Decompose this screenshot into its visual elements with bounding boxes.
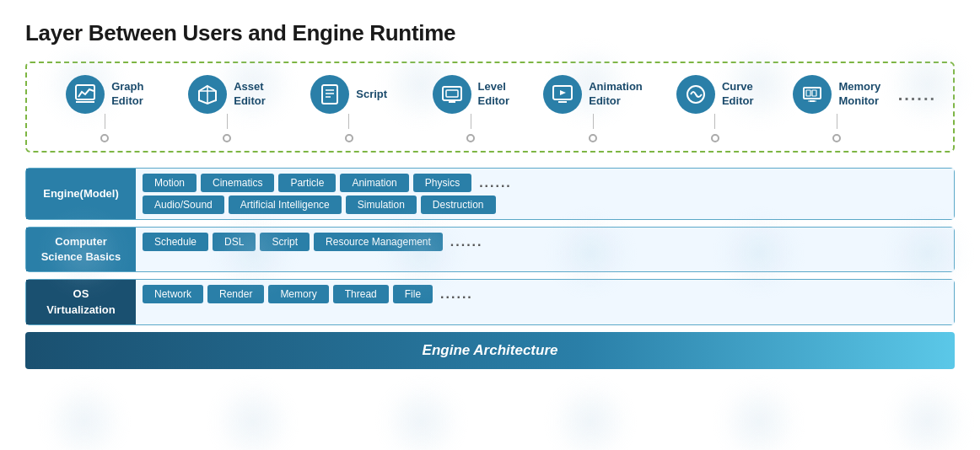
chip-memory: Memory [268,285,328,303]
graph-editor-label: GraphEditor [111,80,143,109]
memory-monitor-icon [793,75,832,114]
tool-asset-editor: AssetEditor [166,75,288,142]
svg-marker-10 [560,90,566,95]
chip-render: Render [207,285,264,303]
curve-editor-icon [676,75,715,114]
engine-model-label: Engine(Model) [26,169,136,219]
graph-editor-icon [66,75,105,114]
chip-particle: Particle [278,174,336,192]
chip-file: File [393,285,433,303]
level-editor-icon [433,75,471,114]
chip-animation: Animation [340,174,408,192]
svg-rect-15 [812,90,816,96]
chip-motion: Motion [143,174,197,192]
svg-rect-2 [322,85,337,104]
engine-model-content: Motion Cinematics Particle Animation Phy… [136,169,954,219]
page-title: Layer Between Users and Engine Runtime [25,20,955,46]
tool-animation-editor: AnimationEditor [532,75,654,142]
engine-arch-bar: Engine Architecture [25,332,955,369]
chip-network: Network [143,285,203,303]
cs-basics-ellipsis: ...... [450,234,483,249]
chip-thread: Thread [333,285,389,303]
chip-script: Script [260,233,310,251]
engine-model-ellipsis: ...... [479,175,512,190]
os-virt-row: OSVirtualization Network Render Memory T… [25,279,955,324]
svg-rect-0 [76,85,94,99]
tools-section: GraphEditor AssetEditor [25,62,955,153]
os-virt-label: OSVirtualization [26,280,136,324]
asset-editor-label: AssetEditor [234,80,266,109]
curve-editor-label: CurveEditor [722,80,754,109]
os-virt-ellipsis: ...... [440,287,473,302]
tools-row: GraphEditor AssetEditor [44,75,936,142]
svg-rect-14 [806,90,810,96]
cs-basics-label: ComputerScience Basics [26,228,136,271]
chip-audio-sound: Audio/Sound [143,196,224,214]
chip-cinematics: Cinematics [201,174,274,192]
engine-model-row2: Audio/Sound Artificial Intelligence Simu… [143,196,947,214]
os-virt-chips-row: Network Render Memory Thread File ...... [143,285,947,303]
tool-level-editor: LevelEditor [410,75,532,142]
chip-dsl: DSL [213,233,256,251]
script-icon [310,75,349,114]
tool-graph-editor: GraphEditor [44,75,166,142]
chip-schedule: Schedule [143,233,208,251]
script-label: Script [356,88,387,102]
chip-destruction: Destruction [421,196,496,214]
memory-monitor-label: MemoryMonitor [838,80,880,109]
engine-model-row: Engine(Model) Motion Cinematics Particle… [25,168,955,220]
cs-basics-content: Schedule DSL Script Resource Management … [136,228,954,271]
tool-memory-monitor: MemoryMonitor [776,75,898,142]
asset-editor-icon [188,75,227,114]
chip-simulation: Simulation [346,196,417,214]
svg-rect-7 [446,90,458,97]
animation-editor-icon [543,75,582,114]
chip-resource-management: Resource Management [314,233,443,251]
animation-editor-label: AnimationEditor [589,80,643,109]
cs-basics-chips-row: Schedule DSL Script Resource Management … [143,233,947,251]
cs-basics-row: ComputerScience Basics Schedule DSL Scri… [25,227,955,272]
tool-curve-editor: CurveEditor [654,75,776,142]
chip-artificial-intelligence: Artificial Intelligence [229,196,342,214]
engine-model-row1: Motion Cinematics Particle Animation Phy… [143,174,947,192]
layers-section: Engine(Model) Motion Cinematics Particle… [25,168,955,325]
page: Layer Between Users and Engine Runtime G… [0,0,980,450]
tool-script: Script [288,75,410,142]
tools-ellipsis: ...... [898,75,936,104]
chip-physics: Physics [413,174,471,192]
os-virt-content: Network Render Memory Thread File ...... [136,280,954,324]
level-editor-label: LevelEditor [478,80,510,109]
